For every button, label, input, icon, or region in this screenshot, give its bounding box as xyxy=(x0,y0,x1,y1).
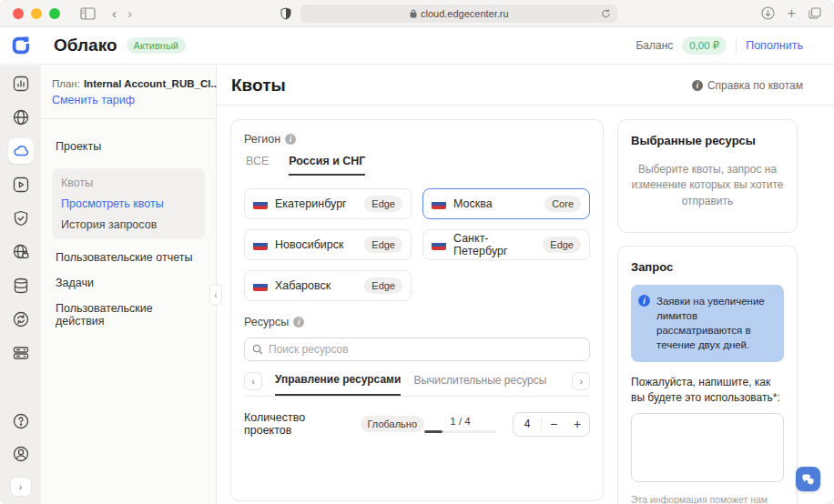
quota-stepper: − + xyxy=(513,412,590,437)
streaming-icon[interactable] xyxy=(11,175,31,195)
alert-info-icon: i xyxy=(638,295,650,307)
new-tab-icon[interactable]: + xyxy=(788,6,796,21)
sidebar-item-user-actions[interactable]: Пользовательские действия xyxy=(52,296,205,334)
quota-name: Количество проектов xyxy=(244,411,354,437)
sidebar-collapse-button[interactable]: ‹ xyxy=(209,284,222,306)
rail-expand-button[interactable]: › xyxy=(10,477,32,497)
sidebar-item-projects[interactable]: Проекты xyxy=(52,134,205,159)
help-icon[interactable] xyxy=(11,411,31,431)
edgecenter-logo xyxy=(0,34,41,57)
increment-button[interactable]: + xyxy=(565,413,589,436)
region-tabs: ВСЕ Россия и СНГ xyxy=(246,155,588,176)
russia-flag-icon xyxy=(432,240,446,250)
tabs-scroll-right-button[interactable]: › xyxy=(572,372,590,390)
location-novosibirsk[interactable]: Новосибирск Edge xyxy=(244,229,412,260)
sync-icon[interactable] xyxy=(11,309,31,329)
balance-badge: 0,00 ₽ xyxy=(682,36,727,55)
status-badge: Активный xyxy=(127,37,186,54)
service-rail: › xyxy=(0,66,41,504)
quota-usage-label: 1 / 4 xyxy=(424,416,496,427)
tab-resource-management[interactable]: Управление ресурсами xyxy=(275,373,401,396)
balance-label: Баланс xyxy=(636,39,673,52)
tab-russia-cis[interactable]: Россия и СНГ xyxy=(289,155,365,176)
cdn-globe-icon[interactable] xyxy=(11,107,31,127)
selected-resources-title: Выбранные ресурсы xyxy=(631,134,784,147)
region-label: Регион xyxy=(244,133,280,146)
quota-row-projects: Количество проектов Глобально 1 / 4 − + xyxy=(244,397,590,437)
sidebar-item-view-quotas[interactable]: Просмотреть квоты xyxy=(61,197,196,210)
search-icon xyxy=(252,344,263,355)
browser-sidebar-toggle-icon[interactable] xyxy=(80,7,96,20)
search-input[interactable] xyxy=(269,343,582,356)
privacy-shield-icon[interactable] xyxy=(280,7,291,20)
resource-search[interactable] xyxy=(244,338,590,361)
downloads-icon[interactable] xyxy=(761,6,775,20)
sidebar: План: Internal Account_RUB_Cl... i Смени… xyxy=(41,66,217,504)
divider xyxy=(736,38,737,53)
quota-progress-bar xyxy=(424,430,496,433)
tab-compute-resources[interactable]: Вычислительные ресурсы xyxy=(413,374,546,395)
region-info-icon[interactable]: i xyxy=(285,134,296,145)
location-grid: Екатеринбург Edge Москва Core Новосибирс… xyxy=(244,188,590,301)
zoom-window-button[interactable] xyxy=(49,8,60,19)
location-ekaterinburg[interactable]: Екатеринбург Edge xyxy=(244,188,412,219)
quota-scope-badge: Глобально xyxy=(361,416,425,432)
usage-question-label: Пожалуйста, напишите, как вы будете это … xyxy=(631,375,784,407)
sidebar-item-user-reports[interactable]: Пользовательские отчеты xyxy=(52,245,205,270)
decrement-button[interactable]: − xyxy=(542,413,565,436)
servers-icon[interactable] xyxy=(11,343,31,363)
cloud-icon[interactable] xyxy=(8,138,34,164)
tabs-scroll-left-button[interactable]: ‹ xyxy=(244,372,262,390)
quota-usage: 1 / 4 xyxy=(424,416,496,433)
main-content: Квоты i Справка по квотам Регион i ВСЕ Р… xyxy=(217,66,834,504)
sidebar-nav: Проекты Квоты Просмотреть квоты История … xyxy=(41,119,216,348)
dns-globe-icon[interactable] xyxy=(11,242,31,262)
location-moscow[interactable]: Москва Core xyxy=(422,188,590,219)
plan-label: План: xyxy=(52,76,80,92)
request-card: Запрос i Заявки на увеличение лимитов ра… xyxy=(617,246,798,504)
quotas-card: Регион i ВСЕ Россия и СНГ Екатеринбург E… xyxy=(230,119,604,501)
browser-window: ‹ › cloud.edgecenter.ru xyxy=(0,0,834,504)
sidebar-item-quotas[interactable]: Квоты xyxy=(61,176,196,189)
quotas-page-title: Квоты xyxy=(231,76,286,96)
russia-flag-icon xyxy=(432,199,446,209)
page-title: Облако xyxy=(54,35,117,55)
url-text: cloud.edgecenter.ru xyxy=(421,8,509,19)
location-khabarovsk[interactable]: Хабаровск Edge xyxy=(244,270,412,301)
address-bar[interactable]: cloud.edgecenter.ru xyxy=(300,5,617,23)
tab-overview-icon[interactable] xyxy=(809,7,821,19)
profile-icon[interactable] xyxy=(11,444,31,464)
sidebar-item-request-history[interactable]: История запросов xyxy=(61,218,196,231)
browser-chrome: ‹ › cloud.edgecenter.ru xyxy=(0,0,834,27)
alert-text: Заявки на увеличение лимитов рассматрива… xyxy=(656,294,775,352)
stats-icon[interactable] xyxy=(11,74,31,94)
close-window-button[interactable] xyxy=(13,8,24,19)
resources-info-icon[interactable]: i xyxy=(293,317,304,328)
change-tariff-link[interactable]: Сменить тариф xyxy=(52,94,135,106)
location-type-badge: Edge xyxy=(364,196,402,212)
info-icon: i xyxy=(692,80,703,91)
sidebar-item-tasks[interactable]: Задачи xyxy=(52,270,205,296)
browser-forward-button[interactable]: › xyxy=(122,6,137,20)
quotas-help-link[interactable]: i Справка по квотам xyxy=(692,79,803,92)
usage-textarea[interactable] xyxy=(631,413,784,482)
location-type-badge: Edge xyxy=(364,237,402,253)
location-saint-petersburg[interactable]: Санкт-Петербург Edge xyxy=(422,229,590,260)
request-info-alert: i Заявки на увеличение лимитов рассматри… xyxy=(631,285,784,361)
minimize-window-button[interactable] xyxy=(31,8,42,19)
selected-resources-description: Выберите квоты, запрос на изменение кото… xyxy=(631,158,784,218)
quota-value-input[interactable] xyxy=(514,418,541,430)
reload-icon[interactable] xyxy=(601,8,611,19)
topup-link[interactable]: Пополнить xyxy=(746,39,803,52)
plan-block: План: Internal Account_RUB_Cl... i Смени… xyxy=(41,66,216,119)
resources-label: Ресурсы xyxy=(244,316,289,328)
tab-all-regions[interactable]: ВСЕ xyxy=(246,155,269,176)
database-icon[interactable] xyxy=(11,276,31,296)
plan-value: Internal Account_RUB_Cl... xyxy=(84,76,219,92)
chat-bubbles-icon xyxy=(801,473,815,486)
security-shield-icon[interactable] xyxy=(11,208,31,228)
browser-back-button[interactable]: ‹ xyxy=(107,6,122,20)
support-chat-button[interactable] xyxy=(796,467,820,491)
sidebar-group-quotas: Квоты Просмотреть квоты История запросов xyxy=(52,168,205,239)
app-header: Облако Активный Баланс 0,00 ₽ Пополнить xyxy=(0,27,834,65)
